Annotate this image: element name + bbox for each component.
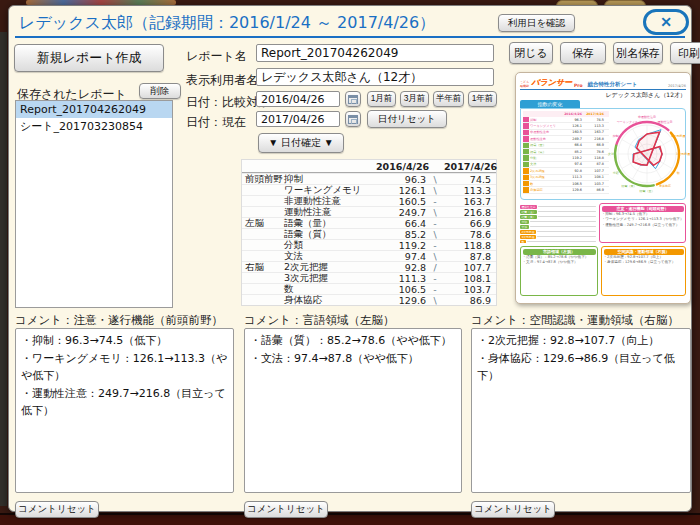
- table-row: 運動性注意249.7\216.8: [242, 206, 496, 217]
- radar-axis-label: 2次元把握: [671, 134, 685, 138]
- table-row: 右脳2次元把握92.8/107.7: [242, 261, 496, 272]
- radar-axis-label: 数: [677, 171, 680, 175]
- comment-title-left-brain: コメント：言語領域（左脳）: [244, 313, 462, 328]
- close-button[interactable]: 閉じる: [509, 42, 553, 64]
- comment-title-right-brain: コメント：空間認識・運動領域（右脳）: [471, 313, 691, 328]
- list-item[interactable]: Report_201704262049: [16, 101, 172, 118]
- radar-axis-label: 3次元把握: [676, 152, 690, 156]
- page-title: レデックス太郎（記録期間：2016/1/24 ～ 2017/4/26）: [19, 13, 435, 34]
- title-divider: [15, 36, 685, 38]
- comment-reset-button-frontal[interactable]: コメントリセット: [15, 501, 99, 518]
- print-button[interactable]: 印刷: [670, 42, 700, 64]
- preview-row-1: 運動性注意語彙（量）語彙（質）分類文法2次元把握3次元把握数 注意・遂行機能（前…: [520, 203, 686, 243]
- three-months-ago-button[interactable]: 3月前: [400, 91, 429, 107]
- delete-report-button[interactable]: 削除: [139, 83, 181, 99]
- save-button[interactable]: 保存: [560, 42, 606, 64]
- report-name-input[interactable]: [256, 44, 494, 62]
- report-dialog: レデックス太郎（記録期間：2016/1/24 ～ 2017/4/26） 利用日を…: [8, 5, 692, 512]
- comment-textarea-left-brain[interactable]: ・語彙（質）：85.2→78.6（やや低下） ・文法：97.4→87.8（やや低…: [244, 328, 462, 493]
- radar-axis-label: 分類: [613, 171, 619, 175]
- calendar-button-current[interactable]: [345, 111, 361, 127]
- check-usage-date-button[interactable]: 利用日を確認: [498, 14, 575, 32]
- radar-axis-label: ワーキングメモリ: [617, 120, 642, 124]
- date-current-label: 日付：現在: [186, 114, 246, 131]
- radar-axis-label: 語彙（量）: [640, 189, 655, 193]
- radar-axis-label: 身体協応: [659, 184, 671, 188]
- preview-user-name: レデックス太郎さん（12才）: [520, 91, 686, 100]
- table-row: 分類119.2-118.8: [242, 239, 496, 250]
- table-row: ワーキングメモリ126.1\113.3: [242, 184, 496, 195]
- preview-mini-table: 2016/4/26 2017/4/26 抑制96.374.5ワーキングメモリ12…: [523, 111, 609, 197]
- new-report-button[interactable]: 新規レポート作成: [14, 44, 164, 72]
- calendar-button-compare[interactable]: [345, 91, 361, 107]
- display-user-input[interactable]: [256, 68, 494, 86]
- date-compare-input[interactable]: [256, 91, 340, 107]
- table-row: 前頭前野抑制96.3\74.5: [242, 173, 496, 184]
- table-row: 数106.5-103.7: [242, 283, 496, 294]
- one-year-ago-button[interactable]: 1年前: [468, 91, 497, 107]
- table-row: 左脳語彙（量）66.4-66.9: [242, 217, 496, 228]
- report-preview-thumbnail: こども 脳機能 バランサー Pro 総合特性分析シート 2017/4/26 レデ…: [515, 72, 691, 304]
- comment-reset-button-right-brain[interactable]: コメントリセット: [471, 501, 555, 518]
- preview-right-brain-box-lines: ・2次元把握：92.8→107.7（向上）・身体協応：129.6→86.9（目立…: [604, 255, 684, 266]
- date-reset-button[interactable]: 日付リセット: [367, 110, 447, 128]
- preview-logo-small-text: こども 脳機能: [520, 81, 529, 88]
- column-header-after: 2017/4/26: [444, 161, 494, 172]
- scores-table: 2016/4/26 2017/4/26 前頭前野抑制96.3\74.5ワーキング…: [241, 159, 497, 306]
- radar-axis-label: 非運動性注意: [638, 115, 656, 119]
- half-year-ago-button[interactable]: 半年前: [433, 91, 464, 107]
- preview-row-2: 言語領域（左脳） ・語彙（質）：85.2→78.6（やや低下）・文法：97.4→…: [520, 246, 686, 296]
- preview-mini-table-rows: 抑制96.374.5ワーキングメモリ126.1113.3非運動性注意160.51…: [523, 117, 609, 194]
- close-dialog-button[interactable]: ✕: [643, 9, 689, 35]
- preview-frontal-box: 注意・遂行機能（前頭前野） ・抑制：96.3→74.5（低下）・ワーキングメモリ…: [599, 203, 686, 243]
- calendar-icon: [348, 115, 358, 124]
- preview-right-brain-box: 空間認識・運動領域（右脳） ・2次元把握：92.8→107.7（向上）・身体協応…: [601, 246, 686, 296]
- preview-section-change-tab: 指数の変化: [520, 100, 580, 108]
- brand-logo-pro: Pro: [574, 83, 583, 88]
- preview-frontal-box-lines: ・抑制：96.3→74.5（低下）・ワーキングメモリ：126.1→113.3（や…: [602, 212, 684, 228]
- save-as-button[interactable]: 別名保存: [613, 42, 663, 64]
- date-confirm-button[interactable]: ▼ 日付確定 ▼: [258, 133, 344, 153]
- date-current-input[interactable]: [256, 111, 340, 127]
- preview-left-brain-box: 言語領域（左脳） ・語彙（質）：85.2→78.6（やや低下）・文法：97.4→…: [520, 246, 598, 296]
- one-month-ago-button[interactable]: 1月前: [367, 91, 396, 107]
- radar-axis-label: 運動性注意: [658, 120, 673, 124]
- saved-reports-list[interactable]: Report_201704262049シート_201703230854: [15, 100, 173, 308]
- table-row: 非運動性注意160.5-163.7: [242, 195, 496, 206]
- table-row: 文法97.4\87.8: [242, 250, 496, 261]
- table-row: 語彙（質）85.2\78.6: [242, 228, 496, 239]
- calendar-icon: [348, 95, 358, 104]
- scores-table-rows: 前頭前野抑制96.3\74.5ワーキングメモリ126.1\113.3非運動性注意…: [242, 173, 496, 305]
- scores-table-header: 2016/4/26 2017/4/26: [242, 160, 496, 173]
- table-row: 3次元把握111.3-108.1: [242, 272, 496, 283]
- radar-axis-label: 文法: [608, 152, 614, 156]
- radar-chart: 抑制ワーキングメモリ非運動性注意運動性注意語彙（量）語彙（質）分類文法2次元把握…: [611, 111, 683, 197]
- background-left-strip: [0, 32, 7, 506]
- comment-section-right-brain: コメント：空間認識・運動領域（右脳） ・2次元把握：92.8→107.7（向上）…: [471, 313, 691, 518]
- preview-sheet-title: 総合特性分析シート: [588, 81, 638, 88]
- preview-measure-list: 運動性注意語彙（量）語彙（質）分類文法2次元把握3次元把握数: [520, 203, 596, 243]
- comment-section-left-brain: コメント：言語領域（左脳） ・語彙（質）：85.2→78.6（やや低下） ・文法…: [244, 313, 462, 518]
- list-item[interactable]: シート_201703230854: [16, 118, 172, 135]
- comment-textarea-frontal[interactable]: ・抑制：96.3→74.5（低下） ・ワーキングメモリ：126.1→113.3（…: [15, 328, 234, 493]
- comment-section-frontal: コメント：注意・遂行機能（前頭前野） ・抑制：96.3→74.5（低下） ・ワー…: [15, 313, 234, 518]
- toolbar: 閉じる 保存 別名保存 印刷: [509, 42, 700, 64]
- comment-reset-button-left-brain[interactable]: コメントリセット: [244, 501, 328, 518]
- comment-textarea-right-brain[interactable]: ・2次元把握：92.8→107.7（向上） ・身体協応：129.6→86.9（目…: [471, 328, 691, 493]
- preview-date: 2017/4/26: [668, 84, 686, 88]
- column-header-before: 2016/4/26: [376, 161, 426, 172]
- close-icon: ✕: [660, 14, 672, 30]
- display-user-label: 表示利用者名: [186, 72, 258, 89]
- table-row: 身体協応129.6\86.9: [242, 294, 496, 305]
- preview-left-brain-box-lines: ・語彙（質）：85.2→78.6（やや低下）・文法：97.4→87.8（やや低下…: [523, 255, 596, 266]
- preview-chart-box: 2016/4/26 2017/4/26 抑制96.374.5ワーキングメモリ12…: [520, 108, 686, 200]
- comment-title-frontal: コメント：注意・遂行機能（前頭前野）: [15, 313, 234, 328]
- brand-logo: バランサー: [531, 77, 572, 88]
- preview-header: こども 脳機能 バランサー Pro 総合特性分析シート 2017/4/26: [520, 77, 686, 90]
- preview-radar-container: 抑制ワーキングメモリ非運動性注意運動性注意語彙（量）語彙（質）分類文法2次元把握…: [611, 111, 683, 197]
- radar-axis-label: 抑制: [613, 134, 619, 138]
- report-name-label: レポート名: [186, 48, 247, 65]
- radar-axis-label: 語彙（質）: [622, 184, 637, 188]
